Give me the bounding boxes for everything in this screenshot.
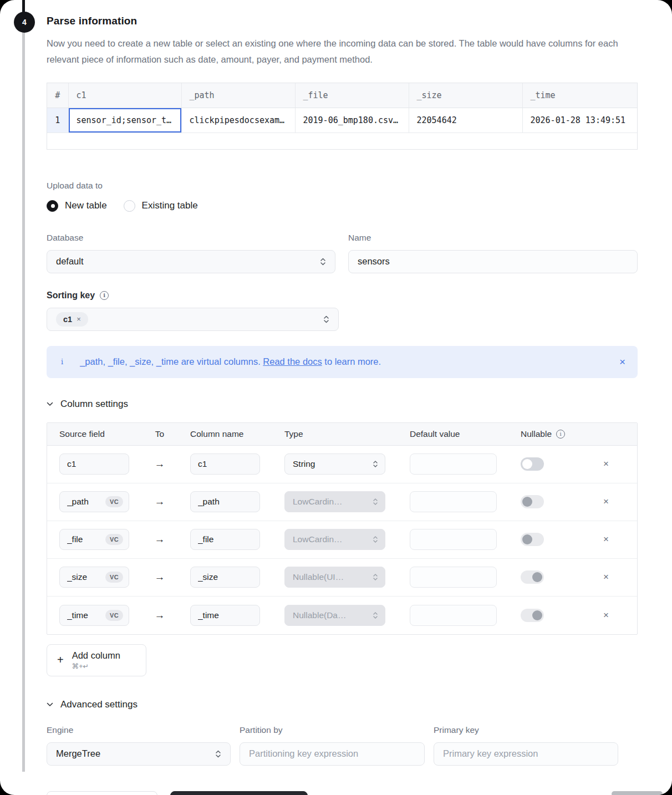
source-field-input[interactable]: _fileVC xyxy=(59,529,129,550)
col-header-index: # xyxy=(47,83,68,108)
column-row-size: _sizeVC → _size Nullable(UI… × xyxy=(47,559,637,597)
nullable-toggle xyxy=(521,570,544,584)
source-field-input[interactable]: _sizeVC xyxy=(59,567,129,588)
default-value-input[interactable] xyxy=(410,529,497,550)
remove-column-icon[interactable]: × xyxy=(603,534,609,545)
remove-column-icon[interactable]: × xyxy=(603,572,609,583)
type-select[interactable]: String xyxy=(284,453,385,475)
type-select: LowCardin… xyxy=(284,491,385,512)
default-value-input[interactable] xyxy=(410,453,497,475)
source-field-input[interactable]: _pathVC xyxy=(59,491,129,512)
sorting-key-chip-label: c1 xyxy=(63,315,72,324)
info-icon[interactable]: i xyxy=(100,291,109,300)
banner-text-after: to learn more. xyxy=(322,356,381,366)
type-value: LowCardin… xyxy=(293,534,373,544)
col-header-path: _path xyxy=(181,83,295,108)
header-nullable-text: Nullable xyxy=(521,429,552,439)
radio-new-table-control[interactable] xyxy=(47,200,58,212)
database-selected-value: default xyxy=(56,256,320,267)
type-select: Nullable(Da… xyxy=(284,605,385,626)
header-nullable: Nullable i xyxy=(521,429,544,439)
cell-c1[interactable]: sensor_id;sensor_t… xyxy=(68,108,181,132)
arrow-right-icon: → xyxy=(155,609,165,621)
column-name-input[interactable]: _file xyxy=(190,529,260,550)
database-select[interactable]: default xyxy=(47,250,335,273)
default-value-input[interactable] xyxy=(410,491,497,512)
nullable-toggle xyxy=(521,495,544,508)
incoming-data-button[interactable]: ← Incoming data xyxy=(47,791,157,795)
radio-existing-table[interactable]: Existing table xyxy=(124,200,198,212)
add-column-label: Add column xyxy=(72,650,120,661)
column-name-input[interactable]: _size xyxy=(190,567,260,588)
default-value-input[interactable] xyxy=(410,567,497,588)
wizard-card: 4 Parse information Now you need to crea… xyxy=(0,0,672,795)
virtual-column-badge: VC xyxy=(105,572,123,583)
virtual-column-badge: VC xyxy=(105,496,123,507)
table-name-input[interactable] xyxy=(348,250,638,273)
page-title: Parse information xyxy=(47,0,638,27)
banner-close-icon[interactable]: × xyxy=(619,356,625,368)
radio-existing-table-control[interactable] xyxy=(124,200,135,212)
virtual-columns-banner: i _path, _file, _size, _time are virtual… xyxy=(47,346,638,378)
engine-select[interactable]: MergeTree xyxy=(47,742,231,766)
column-name-input[interactable]: _path xyxy=(190,491,260,512)
add-column-shortcut: ⌘+↵ xyxy=(72,662,120,670)
cell-size[interactable]: 22054642 xyxy=(409,108,522,132)
cell-file[interactable]: 2019-06_bmp180.csv… xyxy=(295,108,409,132)
banner-info-icon: i xyxy=(61,358,63,366)
preview-table-footer-space xyxy=(47,133,637,149)
column-settings-table: Source field To Column name Type Default… xyxy=(47,422,638,635)
column-row-path: _pathVC → _path LowCardin… × xyxy=(47,483,637,521)
source-field-input[interactable]: _timeVC xyxy=(59,605,129,626)
column-name-value: c1 xyxy=(198,459,254,469)
partition-by-input[interactable] xyxy=(240,742,425,766)
read-the-docs-link[interactable]: Read the docs xyxy=(263,356,322,366)
sorting-key-label: Sorting key i xyxy=(47,291,109,300)
source-field-input[interactable]: c1 xyxy=(59,453,129,475)
source-field-value: _path xyxy=(67,497,105,507)
primary-key-input[interactable] xyxy=(434,742,618,766)
chevron-updown-icon xyxy=(323,314,329,324)
engine-label: Engine xyxy=(47,725,231,735)
col-header-c1: c1 xyxy=(68,83,181,108)
radio-new-table[interactable]: New table xyxy=(47,200,107,212)
chevron-updown-icon xyxy=(320,257,326,267)
nullable-toggle xyxy=(521,533,544,546)
column-row-time: _timeVC → _time Nullable(Da… × xyxy=(47,597,637,634)
remove-column-icon[interactable]: × xyxy=(603,496,609,507)
arrow-right-icon: → xyxy=(155,458,165,470)
remove-column-icon[interactable]: × xyxy=(603,610,609,621)
header-to: To xyxy=(155,429,164,439)
sorting-key-select[interactable]: c1 × xyxy=(47,308,339,331)
details-and-settings-button[interactable]: Details and settings → xyxy=(170,791,308,795)
column-settings-header: Source field To Column name Type Default… xyxy=(47,423,637,446)
info-icon[interactable]: i xyxy=(556,430,565,439)
chevron-down-icon xyxy=(47,702,53,707)
advanced-settings-title: Advanced settings xyxy=(60,699,138,710)
column-settings-toggle[interactable]: Column settings xyxy=(47,399,638,410)
default-value-input[interactable] xyxy=(410,605,497,626)
plus-icon: + xyxy=(57,654,64,666)
advanced-settings-toggle[interactable]: Advanced settings xyxy=(47,699,638,710)
data-preview-table: # c1 _path _file _size _time 1 sensor_id… xyxy=(47,83,638,150)
remove-column-icon[interactable]: × xyxy=(603,458,609,470)
stepper-line xyxy=(22,0,25,772)
add-column-button[interactable]: + Add column ⌘+↵ xyxy=(47,644,146,676)
column-name-value: _size xyxy=(198,572,254,582)
nullable-toggle xyxy=(521,609,544,622)
column-name-input[interactable]: _time xyxy=(190,605,260,626)
chip-remove-icon[interactable]: × xyxy=(77,315,81,323)
column-settings-title: Column settings xyxy=(60,399,128,410)
column-name-input[interactable]: c1 xyxy=(190,453,260,475)
row-index-cell: 1 xyxy=(47,108,68,132)
step-number-badge: 4 xyxy=(14,12,35,33)
nullable-toggle[interactable] xyxy=(521,457,544,471)
cell-time[interactable]: 2026-01-28 13:49:51 xyxy=(522,108,637,132)
banner-text-before: _path, _file, _size, _time are virtual c… xyxy=(80,356,263,366)
chevron-updown-icon xyxy=(215,749,221,759)
source-field-value: c1 xyxy=(67,459,123,469)
cell-path[interactable]: clickpipesdocsexam… xyxy=(181,108,295,132)
engine-selected-value: MergeTree xyxy=(56,748,215,759)
type-value: Nullable(Da… xyxy=(293,610,373,620)
virtual-column-badge: VC xyxy=(105,534,123,545)
